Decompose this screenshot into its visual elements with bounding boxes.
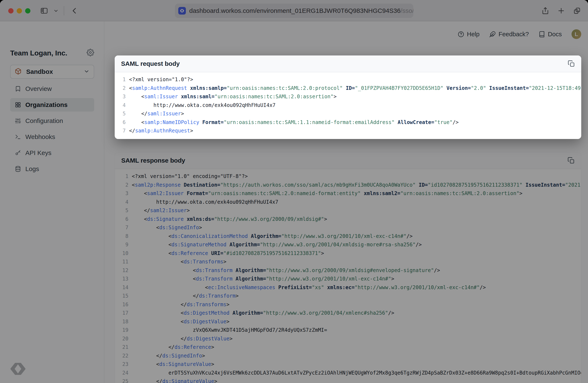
line-number: 3 (115, 92, 126, 101)
line-number: 2 (115, 84, 126, 93)
saml-request-title: SAML request body (121, 60, 180, 67)
saml-request-code: 1<?xml version="1.0"?>2<samlp:AuthnReque… (115, 72, 581, 139)
code-line: 3 <saml:Issuer xmlns:saml="urn:oasis:nam… (115, 92, 581, 101)
line-number: 1 (115, 75, 126, 84)
browser-window: dashboard.workos.com/environment_01ERG1B… (0, 0, 588, 383)
line-number: 7 (115, 127, 126, 135)
line-number: 5 (115, 110, 126, 118)
copy-request-button[interactable] (568, 60, 575, 67)
code-line: 2<samlp:AuthnRequest xmlns:samlp="urn:oa… (115, 84, 581, 93)
saml-request-card: SAML request body 1<?xml version="1.0"?>… (115, 56, 581, 139)
code-line: 6 <samlp:NameIDPolicy Format="urn:oasis:… (115, 118, 581, 127)
copy-icon (568, 60, 575, 67)
code-line: 7</samlp:AuthnRequest> (115, 127, 581, 135)
code-line: 1<?xml version="1.0"?> (115, 75, 581, 84)
line-number: 4 (115, 101, 126, 110)
code-line: 5 </saml:Issuer> (115, 110, 581, 118)
line-number: 6 (115, 118, 126, 127)
code-line: 4 http://www.okta.com/exk4ou092qHhFHuUI4… (115, 101, 581, 110)
